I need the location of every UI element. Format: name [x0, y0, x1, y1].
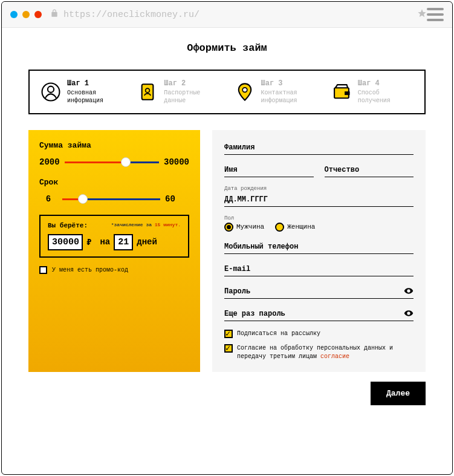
- eye-icon[interactable]: [404, 308, 413, 321]
- step-num: Шаг 3: [261, 79, 317, 89]
- promo-checkbox[interactable]: [39, 266, 47, 274]
- step-num: Шаг 4: [358, 79, 413, 89]
- wallet-icon: [331, 82, 352, 102]
- gender-male-radio[interactable]: Мужчина: [224, 223, 264, 232]
- firstname-field[interactable]: [224, 163, 314, 177]
- dob-label: Дата рождения: [224, 186, 413, 192]
- summary-box: Вы берёте: *зачисление за 15 минут. ₽ на…: [39, 215, 189, 258]
- lastname-field[interactable]: [224, 141, 413, 155]
- hamburger-menu-icon[interactable]: [427, 8, 444, 21]
- svg-rect-6: [345, 91, 350, 95]
- step-label: Контактная информация: [261, 89, 317, 105]
- summary-title: Вы берёте:: [48, 222, 88, 229]
- subscribe-checkbox[interactable]: [224, 330, 233, 338]
- window-dot-2[interactable]: [22, 11, 30, 18]
- password-confirm-field[interactable]: [224, 307, 413, 321]
- svg-point-1: [48, 86, 54, 92]
- consent-label: Согласие на обработку персональных данны…: [237, 344, 413, 361]
- form-panel: Дата рождения Пол Мужчина Женщина: [212, 130, 426, 372]
- amount-input[interactable]: [48, 234, 83, 250]
- days-label: дней: [137, 237, 157, 247]
- password-field[interactable]: [224, 285, 413, 299]
- email-field[interactable]: [224, 262, 413, 276]
- term-max: 60: [165, 194, 189, 204]
- step-label: Паспортные данные: [164, 89, 219, 105]
- step-4: Шаг 4Способ получения: [331, 79, 413, 105]
- browser-chrome: https://oneclickmoney.ru/: [2, 2, 452, 28]
- amount-max: 30000: [164, 157, 189, 167]
- dob-field[interactable]: [224, 193, 413, 207]
- subscribe-label: Подписаться на рассылку: [237, 330, 320, 338]
- person-icon: [41, 82, 61, 102]
- step-2: Шаг 2Паспортные данные: [137, 79, 219, 105]
- step-num: Шаг 2: [164, 79, 219, 89]
- calculator-panel: Сумма займа 2000 30000 Срок 6 60: [28, 130, 200, 372]
- traffic-lights: [10, 11, 42, 18]
- amount-slider[interactable]: [65, 156, 159, 168]
- step-label: Способ получения: [358, 89, 413, 105]
- location-pin-icon: [235, 82, 255, 102]
- url-bar[interactable]: https://oneclickmoney.ru/: [50, 9, 409, 21]
- consent-checkbox[interactable]: [224, 344, 233, 353]
- url-text: https://oneclickmoney.ru/: [63, 10, 199, 20]
- lock-icon: [50, 9, 59, 21]
- amount-label: Сумма займа: [39, 141, 189, 150]
- days-input[interactable]: [114, 234, 133, 250]
- window-dot-3[interactable]: [34, 11, 42, 18]
- promo-label: У меня есть промо-код: [52, 267, 128, 273]
- summary-note: *зачисление за 15 минут.: [111, 222, 181, 229]
- eye-icon[interactable]: [404, 286, 413, 299]
- page-title: Оформить займ: [28, 42, 426, 54]
- gender-female-radio[interactable]: Женщина: [275, 223, 315, 232]
- patronymic-field[interactable]: [325, 163, 414, 177]
- phone-field[interactable]: [224, 240, 413, 254]
- next-button[interactable]: Далее: [371, 382, 426, 405]
- term-min: 6: [39, 194, 57, 204]
- step-1: Шаг 1Основная информация: [41, 79, 123, 105]
- step-3: Шаг 3Контактная информация: [235, 79, 317, 105]
- svg-point-4: [242, 88, 247, 93]
- star-icon[interactable]: [417, 8, 427, 21]
- on-label: на: [100, 237, 110, 247]
- term-slider[interactable]: [62, 193, 160, 205]
- consent-link[interactable]: согласие: [320, 353, 349, 360]
- window-dot-1[interactable]: [10, 11, 18, 18]
- term-label: Срок: [39, 178, 189, 187]
- amount-min: 2000: [39, 157, 60, 167]
- currency: ₽: [86, 237, 91, 247]
- passport-icon: [137, 82, 158, 102]
- gender-label: Пол: [224, 215, 413, 221]
- step-label: Основная информация: [67, 89, 123, 105]
- steps-progress: Шаг 1Основная информация Шаг 2Паспортные…: [28, 70, 426, 114]
- step-num: Шаг 1: [67, 79, 123, 89]
